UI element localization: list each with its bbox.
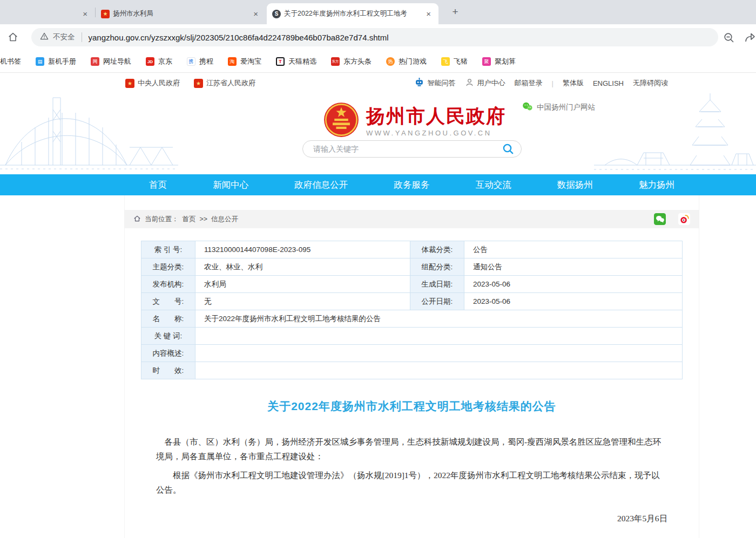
link-english[interactable]: ENGLISH bbox=[593, 79, 624, 87]
meta-label: 发布机构: bbox=[141, 276, 195, 293]
jd-icon: JD bbox=[146, 57, 154, 66]
nav-charm[interactable]: 魅力扬州 bbox=[639, 179, 674, 191]
link-label: 智能问答 bbox=[428, 78, 456, 88]
security-label: 不安全 bbox=[53, 32, 75, 42]
gov-emblem-icon: ★ bbox=[194, 79, 203, 88]
wechat-icon bbox=[522, 101, 533, 114]
link-user-center[interactable]: 用户中心 bbox=[465, 78, 505, 88]
bookmark-label: 新机手册 bbox=[48, 57, 76, 66]
tab-title: 关于2022年度扬州市水利工程文明工地考 bbox=[284, 9, 421, 18]
bookmark-label: 机书签 bbox=[0, 57, 21, 66]
bookmark-hot-games[interactable]: 热热门游戏 bbox=[386, 57, 427, 66]
divider: | bbox=[552, 79, 554, 87]
nav-info-disclosure[interactable]: 政府信息公开 bbox=[294, 179, 348, 191]
meta-value-summary bbox=[195, 345, 683, 362]
tab-close-icon[interactable]: × bbox=[251, 9, 260, 18]
bookmark-label: 聚划算 bbox=[495, 57, 516, 66]
meta-label: 主题分类: bbox=[141, 258, 195, 276]
pagoda-line-art bbox=[594, 93, 756, 174]
meta-label: 索 引 号: bbox=[141, 241, 195, 258]
breadcrumb-separator: >> bbox=[200, 215, 208, 223]
table-row: 索 引 号: 11321000014407098E-2023-095 体裁分类:… bbox=[141, 241, 683, 258]
bookmark-phone-bookmarks[interactable]: 机书签 bbox=[0, 57, 21, 66]
wechat-share-icon[interactable] bbox=[654, 213, 666, 225]
bookmark-eastday[interactable]: 东方东方头条 bbox=[331, 57, 372, 66]
site-url-text: WWW.YANGZHOU.GOV.CN bbox=[366, 129, 506, 137]
tab-strip: × ★ 扬州市水利局 × S 关于2022年度扬州市水利工程文明工地考 × + bbox=[0, 0, 756, 24]
site-logo[interactable]: 扬州市人民政府 WWW.YANGZHOU.GOV.CN bbox=[323, 101, 506, 140]
table-row: 发布机构: 水利局 生成日期: 2023-05-06 bbox=[141, 276, 683, 293]
divider bbox=[82, 32, 82, 42]
user-icon bbox=[465, 78, 474, 88]
manual-icon: ▤ bbox=[36, 57, 44, 66]
bookmark-label: 热门游戏 bbox=[399, 57, 427, 66]
meta-label: 文 号: bbox=[141, 293, 195, 310]
nav-data[interactable]: 数据扬州 bbox=[557, 179, 593, 191]
bookmark-label: 京东 bbox=[158, 57, 172, 66]
meta-value-publish-date: 2023-05-06 bbox=[464, 293, 683, 310]
link-smart-qa[interactable]: 智能问答 bbox=[414, 77, 456, 89]
bookmark-jd[interactable]: JD京东 bbox=[146, 57, 172, 66]
article-body: 各县（市、区）水利（务）局，扬州经济开发区城乡事务管理局，生态科技新城规划建设局… bbox=[156, 434, 667, 538]
meta-value-doc-number: 无 bbox=[195, 293, 410, 310]
not-secure-icon[interactable] bbox=[40, 32, 49, 43]
address-bar: 不安全 yangzhou.gov.cn/yzszxxgk/slj/202305/… bbox=[0, 24, 756, 51]
bridge-line-art bbox=[0, 93, 178, 174]
breadcrumb-prefix: 当前位置： bbox=[145, 215, 179, 224]
bookmark-url-nav[interactable]: 网网址导航 bbox=[91, 57, 131, 66]
search-input[interactable] bbox=[303, 145, 502, 153]
article-paragraph: 各县（市、区）水利（务）局，扬州经济开发区城乡事务管理局，生态科技新城规划建设局… bbox=[156, 434, 667, 464]
table-row: 内容概述: bbox=[141, 345, 683, 362]
meta-value-validity bbox=[195, 362, 683, 379]
meta-value-index-number: 11321000014407098E-2023-095 bbox=[195, 241, 410, 258]
tab-close-icon[interactable]: × bbox=[424, 9, 433, 18]
portal-wechat-link[interactable]: 中国扬州门户网站 bbox=[522, 101, 595, 114]
portal-label: 中国扬州门户网站 bbox=[537, 103, 595, 112]
weibo-share-icon[interactable] bbox=[678, 213, 690, 225]
bookmark-manual[interactable]: ▤新机手册 bbox=[36, 57, 76, 66]
nav-services[interactable]: 政务服务 bbox=[394, 179, 429, 191]
link-mail-login[interactable]: 邮箱登录 bbox=[515, 78, 543, 88]
fliggy-icon: 飞 bbox=[441, 57, 450, 66]
bookmark-juhuasuan[interactable]: 聚聚划算 bbox=[482, 57, 516, 66]
article-title: 关于2022年度扬州市水利工程文明工地考核结果的公告 bbox=[125, 399, 699, 414]
bookmark-fliggy[interactable]: 飞飞猪 bbox=[441, 57, 468, 66]
tab-active-announcement[interactable]: S 关于2022年度扬州市水利工程文明工地考 × bbox=[267, 3, 438, 24]
link-central-gov[interactable]: ★ 中央人民政府 bbox=[125, 78, 180, 88]
link-jiangsu-gov[interactable]: ★ 江苏省人民政府 bbox=[194, 78, 255, 88]
bookmark-label: 东方头条 bbox=[343, 57, 372, 66]
content-area: 当前位置： 首页 >> 信息公开 索 引 号: 1132100001440709… bbox=[124, 195, 699, 538]
link-traditional[interactable]: 繁体版 bbox=[563, 78, 584, 88]
tab-close-icon[interactable]: × bbox=[80, 9, 90, 18]
bookmark-tmall[interactable]: T天猫精选 bbox=[276, 57, 316, 66]
share-icon[interactable] bbox=[743, 31, 756, 46]
site-favicon: S bbox=[272, 10, 281, 18]
meta-label: 生成日期: bbox=[410, 276, 464, 293]
nav-interaction[interactable]: 互动交流 bbox=[476, 179, 511, 191]
zoom-out-icon[interactable] bbox=[723, 31, 735, 46]
tab-water-bureau[interactable]: ★ 扬州市水利局 × bbox=[96, 3, 266, 24]
meta-label: 体裁分类: bbox=[410, 241, 464, 258]
meta-value-topic: 农业、林业、水利 bbox=[195, 258, 410, 276]
nav-news[interactable]: 新闻中心 bbox=[213, 179, 248, 191]
url-field[interactable]: 不安全 yangzhou.gov.cn/yzszxxgk/slj/202305/… bbox=[31, 28, 718, 46]
bookmark-ctrip[interactable]: 携携程 bbox=[187, 57, 213, 66]
page-url[interactable]: yangzhou.gov.cn/yzszxxgk/slj/202305/210c… bbox=[89, 33, 389, 42]
bookmark-taobao[interactable]: 淘爱淘宝 bbox=[228, 57, 261, 66]
breadcrumb: 当前位置： 首页 >> 信息公开 bbox=[125, 210, 699, 228]
new-tab-button[interactable]: + bbox=[448, 5, 462, 19]
meta-value-issuer: 水利局 bbox=[195, 276, 410, 293]
breadcrumb-home[interactable]: 首页 bbox=[183, 215, 196, 224]
breadcrumb-current[interactable]: 信息公开 bbox=[211, 215, 238, 224]
link-label: 用户中心 bbox=[477, 78, 505, 88]
link-accessible[interactable]: 无障碍阅读 bbox=[633, 78, 668, 88]
tab-hidden[interactable]: × bbox=[0, 3, 95, 24]
home-icon[interactable] bbox=[7, 31, 19, 45]
home-icon bbox=[133, 215, 141, 224]
bookmark-label: 天猫精选 bbox=[288, 57, 316, 66]
national-emblem-icon bbox=[323, 101, 360, 140]
nav-home[interactable]: 首页 bbox=[149, 179, 167, 191]
table-row: 关 键 词: bbox=[141, 328, 683, 345]
site-utility-bar: ★ 中央人民政府 ★ 江苏省人民政府 智能问答 用户中心 邮箱登录 bbox=[0, 73, 756, 93]
search-icon[interactable] bbox=[502, 142, 515, 155]
